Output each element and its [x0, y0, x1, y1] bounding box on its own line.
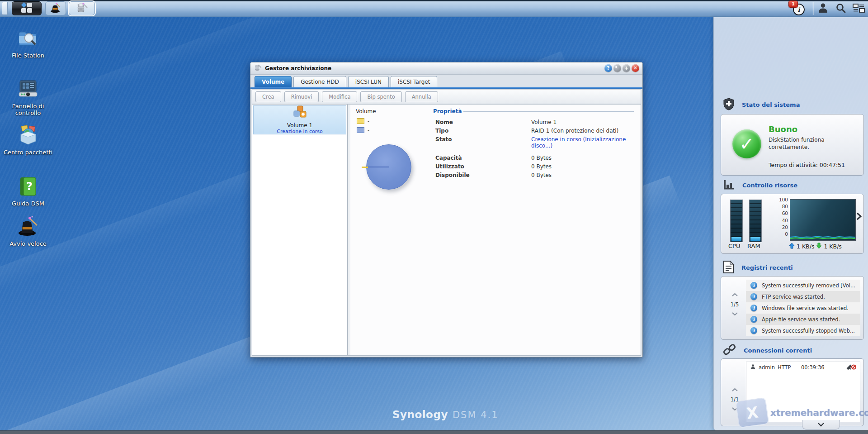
uptime-text: Tempo di attività: 00:47:51 [769, 162, 845, 168]
main-menu-button[interactable] [12, 1, 42, 15]
upload-speed: 1 KB/s [797, 243, 814, 250]
property-row: Tipo RAID 1 (Con protezione dei dati) [435, 128, 636, 134]
screen-bottom-strip [0, 430, 868, 434]
rimuovi-button[interactable]: Rimuovi [284, 91, 319, 102]
resource-monitor-widget: CPU RAM 100806040200 1 KB/s 1 KB/s [721, 194, 864, 254]
user-menu-button[interactable] [817, 0, 834, 17]
search-button[interactable] [835, 0, 851, 17]
quick-start-icon [0, 215, 56, 238]
user-silhouette-icon [750, 364, 756, 371]
ram-meter [749, 200, 762, 242]
logs-pager-count: 1/5 [726, 301, 743, 308]
info-icon: i [750, 282, 757, 289]
desktop-icon-pannello-di-controllo[interactable]: Pannello di controllo [0, 79, 56, 116]
properties-divider [463, 111, 634, 112]
log-row[interactable]: iApple file service was started. [746, 314, 860, 325]
logs-pager-down[interactable] [731, 311, 738, 317]
desktop-icon-guida-dsm[interactable]: ? Guida DSM [0, 176, 56, 207]
package-center-icon [0, 125, 56, 147]
disconnect-icon[interactable] [846, 363, 856, 372]
taskbar: i 1 [0, 0, 868, 17]
status-message: DiskStation funziona correttamente. [769, 136, 852, 151]
taskbar-separator [813, 2, 813, 15]
properties-heading: Proprietà [433, 108, 462, 114]
widget-header-recent-logs: Registri recenti [723, 261, 793, 275]
tab-volume[interactable]: Volume [255, 76, 292, 87]
property-row: Utilizzato 0 Bytes [435, 163, 636, 170]
connection-row: admin HTTP 00:39:36 [746, 362, 860, 373]
svg-text:?: ? [26, 180, 33, 193]
desktop-icon-centro-pacchetti[interactable]: Centro pacchetti [0, 125, 56, 156]
bip-spento-button[interactable]: Bip spento [360, 91, 401, 102]
property-row: Disponibile 0 Bytes [435, 172, 636, 178]
info-icon: i [750, 327, 757, 334]
magic-hat-icon [50, 2, 61, 15]
legend-item-free: - [357, 127, 369, 133]
notifications-button[interactable]: i 1 [790, 0, 810, 17]
volume-list-item[interactable]: Volume 1 Creazione in corso [253, 105, 346, 134]
info-icon: i [750, 293, 757, 300]
tab-iscsi-lun[interactable]: iSCSI LUN [348, 76, 389, 87]
info-icon: i [750, 305, 757, 311]
taskbar-task-gestore-archiviazione[interactable] [69, 1, 95, 15]
shield-icon [723, 98, 735, 112]
show-desktop-button[interactable] [2, 2, 8, 15]
desktop-icon-avvio-veloce[interactable]: Avvio veloce [0, 215, 56, 247]
property-row: Capacità 0 Bytes [435, 155, 636, 161]
connections-pager-up[interactable] [731, 387, 738, 393]
log-document-icon [723, 261, 734, 275]
log-row[interactable]: iSystem successfully stopped Web... [746, 325, 860, 336]
resource-monitor-expand-arrow[interactable] [856, 212, 862, 222]
volume-detail-panel: Volume - - Proprietà Nome Volume 1 [350, 105, 641, 355]
property-row: Nome Volume 1 [435, 119, 636, 125]
log-row[interactable]: iSystem successfully removed [Vol... [746, 280, 860, 291]
pie-used-sliver [362, 167, 368, 168]
widget-header-current-connections: Connessioni correnti [723, 343, 812, 358]
window-minimize-button[interactable] [613, 64, 621, 72]
window-title: Gestore archiviazione [265, 65, 331, 72]
volume-list: Volume 1 Creazione in corso [252, 105, 348, 355]
taskbar-task-avvio-veloce[interactable] [45, 1, 66, 15]
notification-badge: 1 [788, 0, 798, 8]
cpu-meter [730, 200, 743, 242]
main-menu-icon [20, 2, 33, 15]
widget-sidebar: Stato del sistema ✓ Buono DiskStation fu… [713, 17, 868, 431]
download-arrow-icon [816, 243, 822, 250]
volume-cubes-icon [292, 105, 308, 121]
window-close-button[interactable]: ✕ [632, 64, 639, 72]
window-titlebar[interactable]: Gestore archiviazione ? + ✕ [250, 62, 642, 75]
pilot-view-button[interactable] [853, 0, 867, 17]
volume-status: Creazione in corso [277, 129, 323, 134]
legend-swatch-blue [357, 127, 364, 133]
desktop-icon-label: Pannello di controllo [0, 103, 56, 116]
volume-name: Volume 1 [287, 122, 312, 129]
annulla-button[interactable]: Annulla [405, 91, 438, 102]
window-gestore-archiviazione: Gestore archiviazione ? + ✕ Volume Gesti… [250, 62, 643, 358]
log-row[interactable]: iFTP service was started. [746, 291, 860, 302]
search-icon [835, 3, 846, 15]
file-station-icon [0, 29, 56, 50]
control-panel-icon [0, 79, 56, 101]
system-status-widget: ✓ Buono DiskStation funziona correttamen… [721, 114, 864, 176]
window-maximize-button[interactable]: + [623, 64, 630, 72]
modifica-button[interactable]: Modifica [322, 91, 357, 102]
photo-watermark: X xtremehardware.com [737, 399, 868, 426]
log-row[interactable]: iWindows file service was started. [746, 302, 860, 314]
download-speed: 1 KB/s [824, 243, 841, 250]
tab-gestione-hdd[interactable]: Gestione HDD [293, 76, 346, 87]
window-help-button[interactable]: ? [604, 64, 612, 72]
ram-meter-fill [750, 237, 760, 241]
status-ok-icon: ✓ [732, 129, 761, 158]
crea-button[interactable]: Crea [255, 91, 281, 102]
connection-user: admin [759, 364, 778, 371]
tab-strip: Volume Gestione HDD iSCSI LUN iSCSI Targ… [250, 74, 642, 87]
desktop-icon-label: Centro pacchetti [0, 149, 56, 156]
logs-pager: 1/5 [726, 292, 743, 317]
cpu-label: CPU [728, 243, 740, 249]
widget-header-system-status: Stato del sistema [723, 98, 800, 112]
recent-logs-widget: 1/5 iSystem successfully removed [Vol...… [721, 276, 864, 340]
logs-pager-up[interactable] [731, 292, 738, 298]
widget-header-resource-monitor: Controllo risorse [723, 179, 797, 191]
desktop-icon-file-station[interactable]: File Station [0, 29, 56, 59]
tab-iscsi-target[interactable]: iSCSI Target [391, 76, 437, 87]
